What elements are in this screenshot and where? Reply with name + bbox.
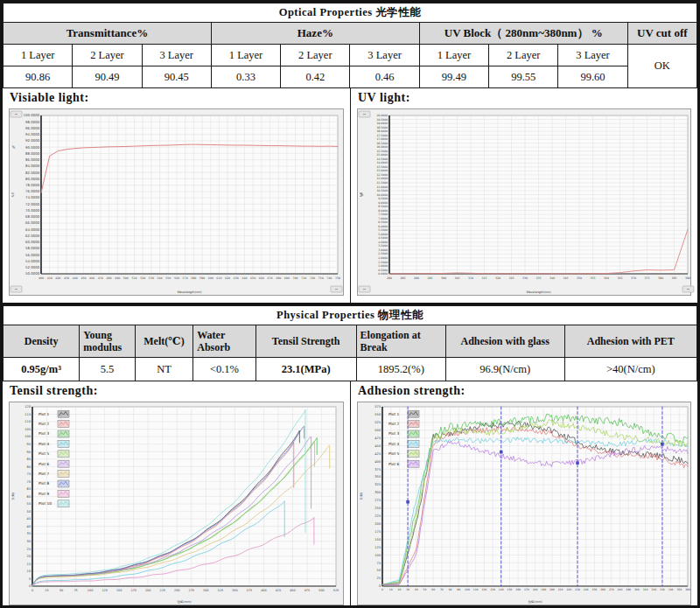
svg-text:72.0000: 72.0000 [25, 202, 40, 206]
svg-text:525: 525 [374, 421, 381, 424]
svg-text:295: 295 [427, 276, 432, 280]
physical-header-row: Density Young modulus Melt(℃) Water Abso… [4, 325, 697, 358]
svg-text:66.0000: 66.0000 [25, 220, 40, 225]
layer-header: 2 Layer [489, 45, 558, 66]
uv-cut-off-value: OK [627, 45, 696, 88]
uvblock-2layer-value: 99.55 [489, 66, 558, 88]
svg-text:65: 65 [27, 487, 32, 491]
svg-text:50: 50 [377, 569, 382, 572]
svg-text:6.5000: 6.5000 [378, 220, 388, 224]
svg-text:280: 280 [618, 588, 623, 591]
svg-text:275: 275 [189, 589, 194, 592]
svg-text:550: 550 [374, 413, 382, 416]
svg-text:520: 520 [140, 276, 145, 280]
svg-text:260: 260 [600, 588, 606, 591]
tensil-strength-value: 23.1(MPa) [256, 358, 356, 381]
svg-text:90.0000: 90.0000 [25, 145, 40, 150]
svg-text:700: 700 [293, 276, 298, 280]
svg-text:125: 125 [102, 589, 107, 592]
svg-text:410: 410 [47, 276, 52, 280]
uv-light-label: UV light: [351, 88, 697, 108]
svg-text:6.0000: 6.0000 [378, 225, 388, 228]
svg-text:4.0000: 4.0000 [378, 241, 388, 244]
young-modulus-header: Young modulus [80, 325, 135, 358]
svg-text:530: 530 [149, 276, 154, 280]
svg-text:360: 360 [604, 276, 609, 280]
svg-text:9.0000: 9.0000 [378, 201, 388, 205]
elongation-value: 1895.2(%) [356, 358, 445, 381]
svg-text:10: 10 [27, 570, 32, 573]
svg-text:225: 225 [159, 589, 164, 592]
svg-text:10.5000: 10.5000 [376, 189, 388, 192]
svg-text:325: 325 [374, 483, 381, 486]
svg-text:82.0000: 82.0000 [25, 171, 40, 175]
svg-text:90: 90 [27, 451, 32, 454]
uv-light-chart-panel: 2802852902953003053103153203253303353403… [357, 108, 691, 296]
svg-text:305: 305 [454, 276, 459, 280]
svg-text:62.0000: 62.0000 [25, 234, 40, 238]
svg-text:420: 420 [55, 276, 60, 280]
svg-text:335: 335 [536, 276, 541, 280]
svg-text:56.0000: 56.0000 [25, 253, 40, 257]
svg-text:400: 400 [374, 460, 382, 464]
svg-text:7.5000: 7.5000 [378, 213, 388, 216]
svg-text:85: 85 [27, 458, 32, 461]
svg-text:35: 35 [27, 532, 32, 535]
svg-text:740: 740 [326, 276, 332, 280]
svg-text:64.0000: 64.0000 [25, 227, 40, 232]
visible-light-label: Visiable light: [3, 88, 350, 108]
uv-cut-off-header: UV cut off [627, 23, 696, 45]
svg-text:7.0000: 7.0000 [378, 217, 388, 220]
svg-text:430: 430 [64, 276, 69, 280]
optical-group-header-row: Transmittance% Haze% UV Block（ 280nm~380… [4, 23, 697, 45]
svg-text:✎: ✎ [360, 192, 364, 197]
svg-text:440: 440 [73, 276, 78, 280]
svg-text:Plot 1: Plot 1 [38, 412, 49, 416]
svg-text:1.5000: 1.5000 [378, 261, 388, 264]
svg-text:385: 385 [671, 276, 676, 280]
svg-text:0: 0 [29, 584, 32, 588]
svg-text:80: 80 [27, 465, 32, 469]
svg-text:76.0000: 76.0000 [25, 189, 40, 193]
svg-text:300: 300 [441, 276, 446, 280]
svg-text:450: 450 [80, 276, 86, 280]
svg-text:Plot 6: Plot 6 [388, 462, 399, 466]
svg-text:9.5000: 9.5000 [378, 197, 388, 200]
svg-text:30: 30 [27, 540, 32, 543]
svg-text:位移(mm): 位移(mm) [177, 600, 192, 604]
adhesion-pet-value: >40(N/cm) [564, 358, 697, 381]
transmittance-group-header: Transmittance% [4, 23, 212, 45]
optical-title: Optical Properties 光学性能 [4, 3, 697, 23]
svg-text:240: 240 [584, 588, 589, 591]
svg-text:18.5000: 18.5000 [376, 126, 388, 129]
svg-text:490: 490 [115, 276, 120, 280]
svg-text:54.0000: 54.0000 [25, 259, 40, 263]
svg-text:20.0000: 20.0000 [376, 114, 388, 117]
svg-text:370: 370 [631, 276, 636, 280]
physical-charts-row: Tensil strength: 02550751001251501752002… [3, 381, 697, 608]
svg-text:560: 560 [174, 276, 179, 280]
svg-text:390: 390 [685, 276, 690, 280]
svg-text:70.0000: 70.0000 [25, 208, 40, 213]
svg-text:175: 175 [374, 530, 381, 534]
svg-text:✎: ✎ [12, 144, 16, 150]
transmittance-1layer-value: 90.86 [4, 66, 73, 88]
svg-text:275: 275 [374, 499, 381, 502]
svg-text:710: 710 [301, 276, 306, 280]
svg-text:200: 200 [374, 522, 382, 526]
svg-text:96.0000: 96.0000 [25, 126, 40, 130]
physical-properties-table: Physical Properties 物理性能 Density Young m… [3, 305, 697, 381]
svg-text:325: 325 [508, 276, 514, 280]
svg-text:力(N): 力(N) [360, 493, 363, 500]
svg-text:525: 525 [333, 589, 339, 592]
svg-text:210: 210 [558, 588, 564, 591]
svg-text:10: 10 [389, 588, 393, 591]
svg-text:650: 650 [250, 276, 256, 280]
svg-text:550: 550 [165, 276, 171, 280]
svg-text:690: 690 [284, 276, 290, 280]
svg-text:58.0000: 58.0000 [25, 246, 40, 250]
svg-text:12.0000: 12.0000 [376, 177, 388, 180]
svg-text:620: 620 [225, 276, 230, 280]
svg-text:270: 270 [609, 588, 614, 591]
svg-text:160: 160 [515, 588, 521, 591]
